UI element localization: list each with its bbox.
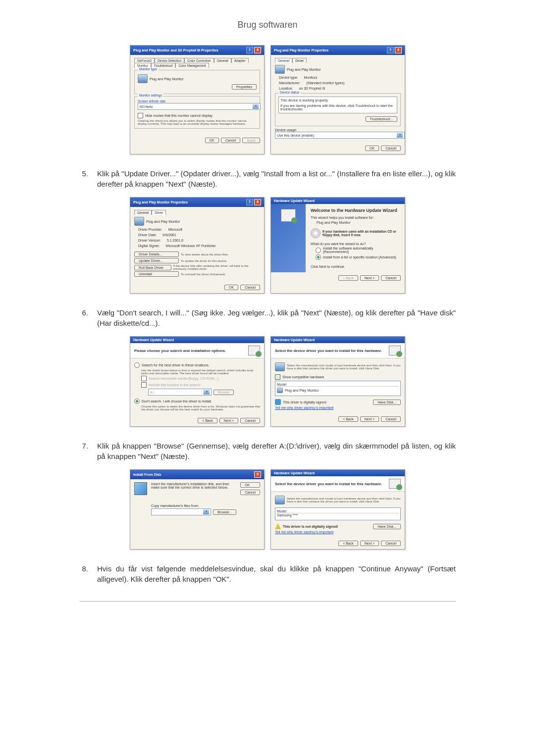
device-name: Plug and Play Monitor [287, 68, 321, 71]
signing-important-link[interactable]: Tell me why driver signing is important [275, 530, 333, 534]
signing-important-link[interactable]: Tell me why driver signing is important [275, 406, 333, 409]
location-dropdown[interactable]: A:\▾ [148, 389, 212, 396]
model-item[interactable]: Samsung **** [277, 513, 399, 517]
title: Plug and Play Monitor and 3D Prophet III… [133, 49, 218, 52]
location-label: Location: [279, 87, 293, 90]
monitor-settings-label: Monitor settings [138, 94, 163, 97]
next-button[interactable]: Next > [360, 275, 379, 281]
refresh-rate-dropdown[interactable]: 60 Hertz ▾ [138, 103, 261, 110]
driver-provider-value: Microsoft [168, 228, 182, 231]
tab-adapter[interactable]: Adapter [231, 58, 249, 63]
dialog-hardware-update-wizard-search-options: Hardware Update Wizard Please choose you… [130, 336, 265, 427]
ok-button[interactable]: OK [240, 482, 260, 488]
update-driver-desc: To update the driver for this device. [181, 259, 227, 262]
have-disk-button[interactable]: Have Disk... [373, 400, 401, 405]
apply-button[interactable]: Apply [242, 138, 260, 143]
title: Plug and Play Monitor Properties [274, 49, 328, 52]
cb-removable-label: Search removable media (floppy, CD-ROM..… [149, 377, 218, 380]
cd-hint-text: If your hardware came with an installati… [322, 230, 400, 237]
model-item[interactable]: Plug and Play Monitor [285, 389, 319, 392]
hardware-wizard-icon [389, 346, 401, 355]
monitor-icon [275, 496, 285, 504]
compat-checkbox[interactable] [275, 374, 280, 380]
tab-general[interactable]: General [275, 58, 292, 63]
radio-search[interactable] [134, 362, 140, 368]
cancel-button[interactable]: Cancel [381, 275, 401, 281]
step-text: Vælg "Don't search, I will..." (Søg ikke… [97, 307, 456, 328]
have-disk-button[interactable]: Have Disk... [373, 524, 401, 529]
back-button[interactable]: < Back [198, 418, 217, 423]
help-icon[interactable]: ? [246, 47, 253, 53]
device-usage-value: Use this device (enable) [277, 134, 314, 137]
driver-details-button[interactable]: Driver Details... [134, 252, 179, 257]
signed-text: This driver is digitally signed. [283, 401, 327, 404]
wizard-device-name: Plug and Play Monitor [317, 221, 400, 224]
step-text: Klik på "Update Driver..." (Opdater driv… [97, 168, 456, 189]
back-button[interactable]: < Back [338, 275, 358, 281]
select-driver-desc: Select the manufacturer and model of you… [287, 497, 401, 503]
model-listbox[interactable]: Model Plug and Play Monitor [275, 381, 401, 396]
ok-button[interactable]: OK [224, 285, 238, 290]
tab-driver[interactable]: Driver [292, 58, 307, 63]
model-listbox[interactable]: Model Samsung **** [275, 507, 401, 520]
chevron-down-icon: ▾ [397, 133, 403, 138]
back-button[interactable]: < Back [338, 541, 358, 546]
next-button[interactable]: Next > [219, 418, 238, 423]
tab-color-management[interactable]: Color Management [175, 63, 209, 68]
update-driver-button[interactable]: Update Driver... [134, 258, 179, 263]
back-button[interactable]: < Back [338, 416, 358, 422]
monitor-icon [275, 362, 285, 371]
next-button[interactable]: Next > [360, 541, 379, 546]
wizard-header: Select the device driver you want to ins… [275, 349, 382, 353]
tab-device-selection[interactable]: Device Selection [155, 58, 184, 63]
copy-from-dropdown[interactable]: ▾ [151, 508, 211, 515]
close-icon[interactable]: X [254, 471, 261, 478]
cb-include-location[interactable] [141, 382, 147, 388]
radio-list[interactable] [316, 254, 321, 260]
device-status-text: This device is working properly. If you … [278, 97, 397, 113]
tab-driver[interactable]: Driver [152, 210, 166, 215]
cb-removable[interactable] [141, 376, 147, 381]
help-icon[interactable]: ? [387, 47, 394, 53]
cancel-button[interactable]: Cancel [240, 285, 260, 290]
manufacturer-label: Manufacturer: [279, 81, 300, 85]
hide-modes-checkbox[interactable] [138, 113, 143, 118]
radio-dont-search[interactable] [134, 399, 140, 404]
tab-general[interactable]: General [134, 210, 152, 215]
troubleshoot-button[interactable]: Troubleshoot... [366, 116, 397, 122]
hide-modes-label: Hide modes that this monitor cannot disp… [145, 114, 213, 117]
page-divider [79, 601, 456, 602]
cancel-button[interactable]: Cancel [381, 416, 401, 422]
radio-search-desc: Use the check boxes below to limit or ex… [141, 369, 260, 375]
ok-button[interactable]: OK [365, 146, 379, 151]
manufacturer-value: (Standard monitor types) [306, 81, 344, 85]
model-header: Model [277, 509, 399, 513]
ok-button[interactable]: OK [205, 138, 219, 143]
wizard-sidebar [271, 204, 306, 272]
browse-button[interactable]: Browse... [213, 509, 236, 515]
tab-general[interactable]: General [214, 58, 231, 63]
uninstall-button[interactable]: Uninstall [134, 271, 179, 277]
cancel-button[interactable]: Cancel [240, 418, 260, 423]
next-button[interactable]: Next > [360, 416, 379, 422]
cancel-button[interactable]: Cancel [381, 541, 401, 546]
tab-color-correction[interactable]: Color Correction [184, 58, 214, 63]
cancel-button[interactable]: Cancel [381, 146, 401, 151]
close-icon[interactable]: X [254, 47, 261, 53]
close-icon[interactable]: X [395, 47, 402, 53]
device-usage-dropdown[interactable]: Use this device (enable) ▾ [275, 132, 405, 139]
monitor-type-label: Monitor type [138, 67, 159, 71]
title: Hardware Update Wizard [274, 471, 315, 475]
help-icon[interactable]: ? [246, 199, 253, 205]
properties-button[interactable]: Properties [232, 84, 257, 90]
device-name: Plug and Play Monitor [146, 220, 180, 223]
cancel-button[interactable]: Cancel [240, 490, 260, 495]
driver-date-label: Driver Date: [138, 233, 157, 237]
tab-geforce3[interactable]: GeForce3 [134, 58, 155, 63]
cancel-button[interactable]: Cancel [221, 138, 241, 143]
rollback-driver-desc: If the device fails after updating the d… [173, 264, 260, 270]
close-icon[interactable]: X [254, 199, 261, 205]
rollback-driver-button[interactable]: Roll Back Driver [134, 265, 171, 270]
radio-auto[interactable] [316, 248, 321, 253]
browse-button[interactable]: Browse [214, 390, 234, 395]
